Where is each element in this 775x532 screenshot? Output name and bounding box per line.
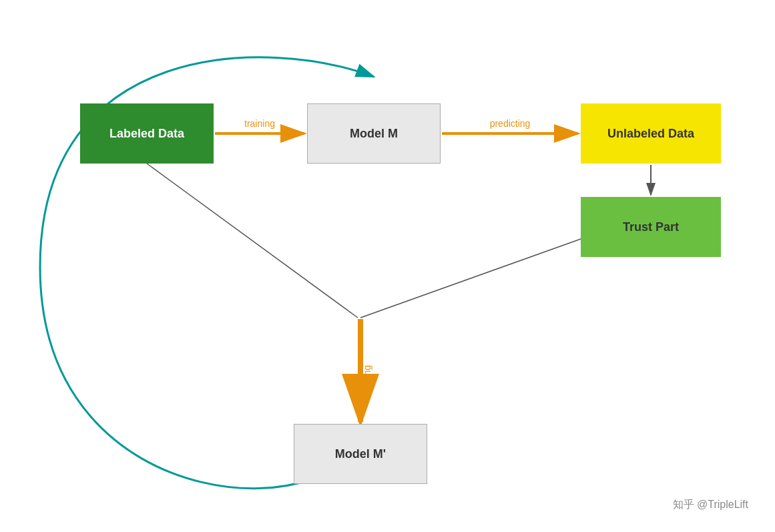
diagram-container: training predicting training Labeled Dat… [0,0,775,532]
unlabeled-data-node: Unlabeled Data [581,103,721,164]
model-m-node: Model M [307,103,441,164]
model-m-prime-node: Model M' [294,424,427,484]
watermark: 知乎 @TripleLift [673,498,748,512]
model-m-prime-label: Model M' [335,447,386,461]
training-label-2: training [362,365,372,396]
trust-part-node: Trust Part [581,197,721,257]
trust-to-convergence-line [360,239,581,318]
training-label-1: training [244,118,275,129]
labeled-to-convergence-line [147,164,358,318]
labeled-data-label: Labeled Data [109,127,184,141]
trust-part-label: Trust Part [623,220,679,234]
model-m-label: Model M [350,127,398,141]
unlabeled-data-label: Unlabeled Data [607,127,694,141]
labeled-data-node: Labeled Data [80,103,214,164]
predicting-label: predicting [490,118,531,129]
